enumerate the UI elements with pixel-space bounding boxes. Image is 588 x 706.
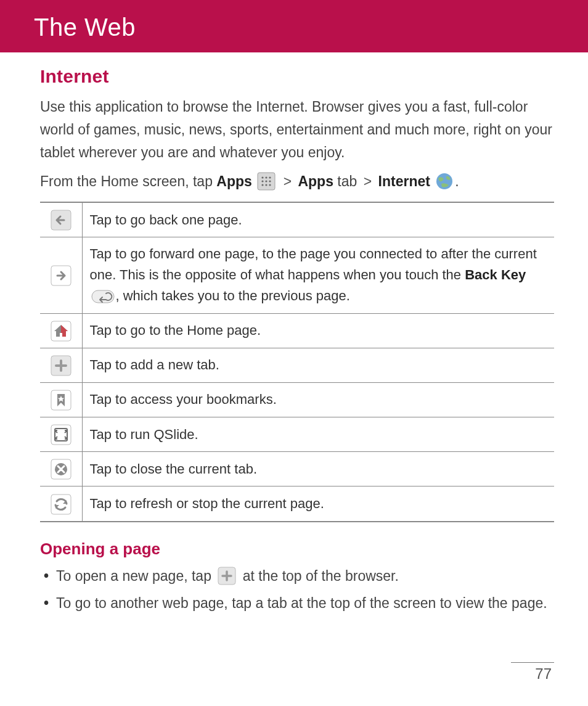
table-desc: Tap to refresh or stop the current page. bbox=[82, 486, 554, 522]
subsection-heading-opening: Opening a page bbox=[40, 540, 554, 559]
table-row: Tap to run QSlide. bbox=[40, 417, 554, 452]
back-arrow-icon bbox=[51, 210, 71, 231]
nav-apps-label-1: Apps bbox=[216, 173, 252, 189]
table-row: Tap to go back one page. bbox=[40, 202, 554, 237]
table-row: Tap to add a new tab. bbox=[40, 348, 554, 382]
table-row: Tap to access your bookmarks. bbox=[40, 382, 554, 417]
icon-cell bbox=[40, 417, 82, 452]
desc-post: , which takes you to the previous page. bbox=[116, 288, 350, 303]
table-row: Tap to go to the Home page. bbox=[40, 313, 554, 348]
svg-point-1 bbox=[262, 177, 264, 179]
icon-cell bbox=[40, 486, 82, 522]
refresh-icon bbox=[51, 494, 71, 515]
footer-rule bbox=[511, 662, 554, 663]
table-desc: Tap to go to the Home page. bbox=[82, 313, 554, 348]
bookmark-icon bbox=[51, 390, 71, 411]
list-item: To go to another web page, tap a tab at … bbox=[43, 592, 554, 615]
icon-cell bbox=[40, 202, 82, 237]
page-number: 77 bbox=[511, 665, 554, 683]
icon-cell bbox=[40, 313, 82, 348]
svg-point-3 bbox=[269, 177, 271, 179]
back-key-icon bbox=[91, 289, 115, 302]
page-content: Internet Use this application to browse … bbox=[0, 52, 588, 615]
apps-grid-icon bbox=[257, 172, 276, 191]
svg-point-7 bbox=[262, 184, 264, 186]
table-row: Tap to close the current tab. bbox=[40, 452, 554, 486]
table-desc: Tap to go forward one page, to the page … bbox=[82, 237, 554, 313]
plus-icon bbox=[51, 355, 71, 376]
icon-cell bbox=[40, 452, 82, 486]
li-pre: To open a new page, tap bbox=[56, 568, 215, 584]
plus-tab-icon bbox=[218, 567, 236, 585]
nav-apps-label-2: Apps bbox=[298, 173, 333, 189]
table-desc: Tap to run QSlide. bbox=[82, 417, 554, 452]
svg-point-9 bbox=[269, 184, 271, 186]
chapter-header: The Web bbox=[0, 0, 588, 52]
nav-separator-1: > bbox=[281, 173, 294, 189]
nav-internet-label: Internet bbox=[378, 173, 430, 189]
back-key-label: Back Key bbox=[465, 267, 526, 282]
nav-period: . bbox=[455, 173, 459, 189]
icon-cell bbox=[40, 348, 82, 382]
home-icon bbox=[51, 321, 71, 342]
table-row: Tap to refresh or stop the current page. bbox=[40, 486, 554, 522]
svg-rect-17 bbox=[51, 425, 71, 445]
svg-rect-13 bbox=[92, 290, 114, 303]
intro-paragraph: Use this application to browse the Inter… bbox=[40, 96, 554, 163]
close-x-icon bbox=[51, 459, 71, 480]
table-row: Tap to go forward one page, to the page … bbox=[40, 237, 554, 313]
section-heading-internet: Internet bbox=[40, 66, 554, 87]
li-post: at the top of the browser. bbox=[239, 568, 399, 584]
table-desc: Tap to access your bookmarks. bbox=[82, 382, 554, 417]
icon-cell bbox=[40, 237, 82, 313]
browser-icons-table: Tap to go back one page. Tap to go forwa… bbox=[40, 202, 554, 522]
svg-point-8 bbox=[266, 184, 267, 186]
globe-icon bbox=[435, 172, 454, 191]
nav-prefix: From the Home screen, tap bbox=[40, 173, 216, 189]
svg-rect-21 bbox=[51, 495, 71, 514]
list-item: To open a new page, tap at the top of th… bbox=[43, 565, 554, 588]
svg-point-6 bbox=[269, 181, 271, 183]
table-desc: Tap to close the current tab. bbox=[82, 452, 554, 486]
qslide-icon bbox=[51, 424, 71, 445]
table-desc: Tap to add a new tab. bbox=[82, 348, 554, 382]
nav-separator-2: > bbox=[361, 173, 374, 189]
table-desc: Tap to go back one page. bbox=[82, 202, 554, 237]
chapter-title: The Web bbox=[34, 14, 136, 41]
forward-arrow-icon bbox=[51, 265, 71, 286]
svg-point-2 bbox=[266, 177, 267, 179]
opening-page-list: To open a new page, tap at the top of th… bbox=[40, 565, 554, 615]
nav-tab-text: tab bbox=[333, 173, 361, 189]
icon-cell bbox=[40, 382, 82, 417]
svg-point-4 bbox=[262, 181, 264, 183]
svg-point-5 bbox=[266, 181, 267, 183]
navigation-line: From the Home screen, tap Apps > Apps ta… bbox=[40, 168, 554, 195]
page-footer: 77 bbox=[511, 662, 554, 683]
